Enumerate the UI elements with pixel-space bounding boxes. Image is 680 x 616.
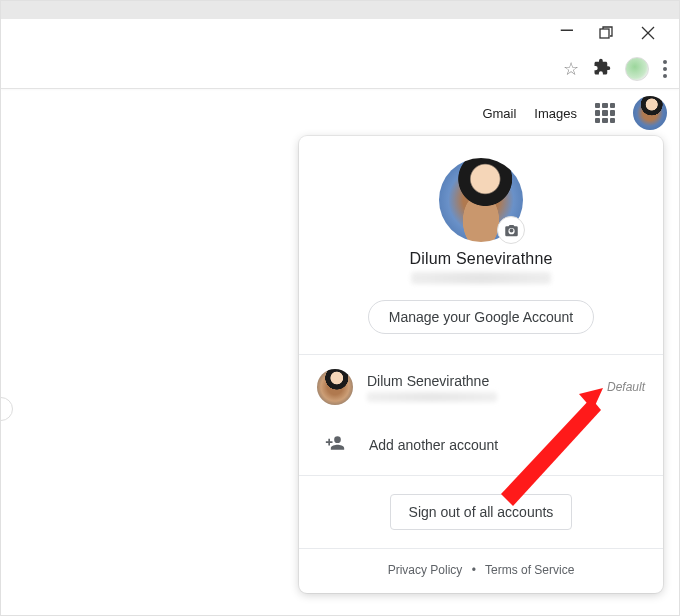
account-display-name: Dilum Senevirathne bbox=[299, 250, 663, 268]
account-row-text: Dilum Senevirathne bbox=[367, 373, 593, 402]
terms-of-service-link[interactable]: Terms of Service bbox=[485, 563, 574, 577]
account-email-blurred bbox=[411, 272, 551, 284]
close-icon[interactable] bbox=[641, 25, 655, 43]
change-photo-button[interactable] bbox=[497, 216, 525, 244]
bookmark-star-icon[interactable]: ☆ bbox=[563, 60, 579, 78]
divider bbox=[299, 475, 663, 476]
add-account-row[interactable]: Add another account bbox=[299, 419, 663, 475]
manage-account-button[interactable]: Manage your Google Account bbox=[368, 300, 594, 334]
account-row-email-blurred bbox=[367, 392, 497, 402]
svg-rect-0 bbox=[600, 29, 609, 38]
account-menu-card: Dilum Senevirathne Manage your Google Ac… bbox=[299, 136, 663, 593]
add-account-label: Add another account bbox=[369, 437, 498, 453]
account-row[interactable]: Dilum Senevirathne Default bbox=[299, 355, 663, 419]
profile-avatar-wrap bbox=[439, 158, 523, 242]
minimize-icon[interactable]: – bbox=[561, 18, 571, 40]
window-controls: – bbox=[561, 19, 679, 49]
default-account-tag: Default bbox=[607, 380, 645, 394]
account-row-name: Dilum Senevirathne bbox=[367, 373, 593, 389]
account-row-avatar bbox=[317, 369, 353, 405]
left-edge-circle bbox=[0, 397, 13, 421]
images-link[interactable]: Images bbox=[534, 106, 577, 121]
apps-grid-icon[interactable] bbox=[595, 103, 615, 123]
window-titlebar bbox=[1, 1, 679, 19]
sign-out-button[interactable]: Sign out of all accounts bbox=[390, 494, 573, 530]
account-avatar[interactable] bbox=[633, 96, 667, 130]
camera-icon bbox=[504, 223, 519, 238]
dot-separator: • bbox=[472, 563, 476, 577]
add-account-icon bbox=[323, 433, 347, 457]
google-header: Gmail Images bbox=[482, 96, 667, 130]
browser-toolbar: ☆ bbox=[1, 49, 679, 89]
chrome-profile-avatar[interactable] bbox=[625, 57, 649, 81]
extensions-icon[interactable] bbox=[593, 58, 611, 79]
maximize-icon[interactable] bbox=[599, 26, 613, 42]
account-footer: Privacy Policy • Terms of Service bbox=[299, 548, 663, 593]
privacy-policy-link[interactable]: Privacy Policy bbox=[388, 563, 463, 577]
gmail-link[interactable]: Gmail bbox=[482, 106, 516, 121]
chrome-menu-icon[interactable] bbox=[663, 60, 667, 78]
